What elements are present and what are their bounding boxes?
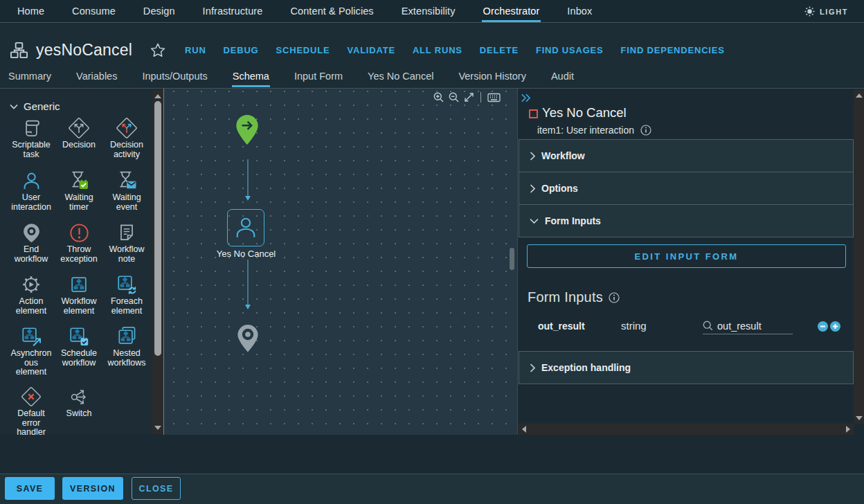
palette-grid: Scriptable task Decision [8,116,150,435]
all-runs-button[interactable]: ALL RUNS [413,45,462,55]
node-yes-no-cancel[interactable] [227,209,264,246]
version-button[interactable]: VERSION [62,477,123,500]
start-node[interactable] [235,114,259,145]
tab-summary[interactable]: Summary [8,64,52,88]
connector-line[interactable] [247,260,249,305]
keyboard-icon[interactable] [487,93,501,102]
scroll-left-arrow-icon[interactable] [522,426,526,433]
star-icon[interactable] [150,43,165,57]
palette-item-action-element[interactable]: Action element [8,273,55,325]
close-button[interactable]: CLOSE [132,477,181,500]
find-usages-button[interactable]: FIND USAGES [536,45,604,55]
find-dependencies-button[interactable]: FIND DEPENDENCIES [621,45,725,55]
decision-activity-icon [116,118,138,138]
workflow-header: yesNoCancel RUN DEBUG SCHEDULE VALIDATE … [0,24,864,89]
zoom-out-icon[interactable] [449,92,459,102]
form-inputs-heading: Form Inputs [528,289,603,305]
scroll-right-arrow-icon[interactable] [846,426,850,433]
palette-item-switch[interactable]: Switch [55,385,102,435]
run-button[interactable]: RUN [185,45,206,55]
palette-item-scriptable-task[interactable]: Scriptable task [8,116,55,169]
end-workflow-icon [21,222,42,243]
palette-item-decision[interactable]: Decision [55,116,102,169]
palette-item-foreach-element[interactable]: Foreach element [103,273,150,325]
palette-item-user-interaction[interactable]: User interaction [8,169,55,221]
palette-section-generic[interactable]: Generic [10,100,60,112]
palette-item-nested-workflows[interactable]: Nested workflows [103,325,150,385]
info-icon[interactable] [609,292,620,303]
footer-bar: SAVE VERSION CLOSE [0,474,864,504]
end-node[interactable] [237,324,259,352]
schedule-button[interactable]: SCHEDULE [276,45,330,55]
nav-item-inbox[interactable]: Inbox [567,0,592,22]
workflow-title: yesNoCancel [36,41,132,60]
decision-icon [68,118,90,138]
palette-item-throw-exception[interactable]: Throw exception [55,221,102,273]
validate-button[interactable]: VALIDATE [347,45,395,55]
tab-variables[interactable]: Variables [75,64,118,88]
workflow-element-icon [69,274,89,295]
parameter-value-input[interactable] [717,321,786,332]
nav-item-design[interactable]: Design [143,0,175,22]
theme-toggle[interactable]: LIGHT [804,0,848,23]
properties-panel: Yes No Cancel item1: User interaction Wo… [517,89,864,435]
minus-circle-icon[interactable] [818,321,828,332]
nav-item-content-policies[interactable]: Content & Policies [290,0,373,22]
search-icon [703,321,713,331]
nav-item-extensibility[interactable]: Extensibility [402,0,456,22]
scroll-down-arrow-icon[interactable] [856,416,863,420]
tab-audit[interactable]: Audit [550,64,575,88]
panel-vertical-scrollbar[interactable] [854,90,864,424]
palette-scrollbar-thumb[interactable] [154,101,161,356]
double-chevron-right-icon[interactable] [521,93,531,102]
debug-button[interactable]: DEBUG [224,45,259,55]
nav-item-consume[interactable]: Consume [72,0,116,22]
tab-input-form[interactable]: Input Form [294,64,343,88]
palette-scrollbar[interactable] [152,90,163,434]
nav-item-orchestrator[interactable]: Orchestrator [483,0,540,22]
expand-icon[interactable] [464,92,474,102]
scroll-down-arrow-icon[interactable] [154,426,161,430]
panel-title: Yes No Cancel [542,105,627,120]
palette-item-workflow-element[interactable]: Workflow element [55,273,102,325]
nav-item-home[interactable]: Home [17,0,44,22]
schema-canvas[interactable]: Yes No Cancel [163,89,517,435]
tab-yes-no-cancel[interactable]: Yes No Cancel [367,64,434,88]
waiting-timer-icon [68,170,90,191]
canvas-scrollbar-thumb[interactable] [510,248,514,270]
chevron-right-icon [530,184,535,193]
user-interaction-badge-icon [529,109,538,118]
panel-horizontal-scrollbar[interactable] [519,424,854,435]
delete-button[interactable]: DELETE [480,45,519,55]
palette-item-decision-activity[interactable]: Decision activity [103,116,150,169]
tab-schema[interactable]: Schema [232,64,270,88]
palette-item-schedule-workflow[interactable]: Schedule workflow [55,325,102,385]
connector-line[interactable] [247,159,249,196]
section-workflow[interactable]: Workflow [519,139,854,172]
scroll-up-arrow-icon[interactable] [154,94,161,98]
tab-inputs-outputs[interactable]: Inputs/Outputs [141,64,208,88]
palette-item-default-error-handler[interactable]: Default error handler [8,385,55,435]
plus-circle-icon[interactable] [830,321,840,332]
palette-item-workflow-note[interactable]: Workflow note [103,221,150,273]
section-options[interactable]: Options [519,172,854,205]
edit-input-form-button[interactable]: EDIT INPUT FORM [527,244,846,268]
palette-item-end-workflow[interactable]: End workflow [8,221,55,273]
tab-version-history[interactable]: Version History [458,64,527,88]
schedule-workflow-icon [68,326,90,347]
palette-item-asynchronous-element[interactable]: Asynchron ous element [8,325,55,385]
section-form-inputs[interactable]: Form Inputs [519,204,854,237]
zoom-in-icon[interactable] [433,92,444,102]
palette-item-waiting-event[interactable]: Waiting event [103,169,150,221]
save-button[interactable]: SAVE [5,477,55,500]
palette-item-waiting-timer[interactable]: Waiting timer [55,169,102,221]
parameter-value-field[interactable] [703,318,793,334]
connector-arrow-icon [245,305,251,309]
section-exception-handling[interactable]: Exception handling [519,351,854,384]
nav-item-infrastructure[interactable]: Infrastructure [203,0,263,22]
info-icon[interactable] [640,125,651,136]
parameter-row: out_result string [518,319,853,336]
scroll-up-arrow-icon[interactable] [856,93,863,98]
sun-icon [804,6,815,17]
toolbar-separator [480,92,481,102]
